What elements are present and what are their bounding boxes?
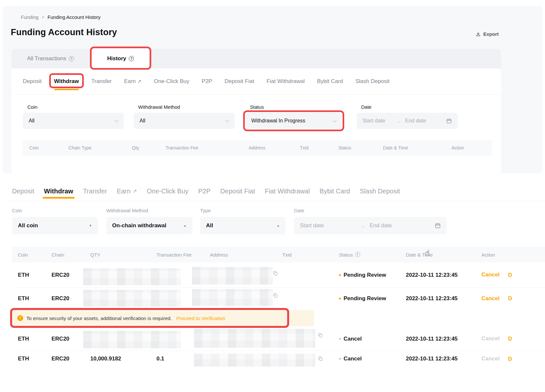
col-chain: Chain [52, 252, 90, 258]
table-row: ETH ERC20 10,000.9182 0.1 Cancel 2022-10… [12, 351, 545, 392]
truncated-action-button[interactable]: D [508, 295, 512, 302]
cell-status: Pending Review [339, 295, 406, 302]
col-qty: QTY [90, 252, 156, 258]
subtab-slash-deposit[interactable]: Slash Deposit [355, 78, 390, 85]
copy-icon[interactable] [273, 293, 278, 298]
date-range-picker[interactable]: Start date → End date [357, 113, 458, 129]
coin-filter-label: Coin [12, 208, 22, 213]
breadcrumb-funding[interactable]: Funding [21, 14, 38, 20]
page-title: Funding Account History [11, 27, 117, 37]
col-txid: Txid [300, 145, 338, 150]
triangle-down-icon: ▼ [89, 224, 92, 227]
end-date-input[interactable]: End date [370, 222, 392, 229]
col-address: Address [249, 145, 300, 150]
redacted-qty [83, 268, 181, 285]
redacted-address [194, 329, 315, 348]
redacted-qty [83, 290, 181, 307]
proceed-to-verification-link[interactable]: Proceed to Verification [176, 315, 225, 321]
status-dot [339, 298, 341, 300]
status-dot [339, 338, 341, 340]
chevron-down-icon [225, 118, 229, 122]
truncated-action-button[interactable]: D [508, 356, 512, 362]
date-range-arrow-icon: → [360, 223, 365, 229]
copy-icon[interactable] [318, 356, 323, 361]
external-link-icon: ↗ [133, 188, 137, 194]
truncated-action-button[interactable]: D [508, 272, 512, 278]
subtab-deposit-fiat[interactable]: Deposit Fiat [220, 188, 255, 195]
subtab-transfer[interactable]: Transfer [91, 78, 112, 85]
copy-icon[interactable] [318, 333, 323, 338]
tab-history[interactable]: History ? [92, 49, 149, 68]
export-button[interactable]: Export [476, 31, 499, 37]
chevron-down-icon [114, 118, 119, 122]
subtab-withdraw[interactable]: Withdraw [44, 188, 73, 195]
subtab-slash-deposit[interactable]: Slash Deposit [360, 188, 400, 195]
subtab-one-click-buy[interactable]: One-Click Buy [147, 188, 188, 195]
subtab-transfer[interactable]: Transfer [83, 188, 107, 195]
subtab-one-click-buy[interactable]: One-Click Buy [154, 78, 189, 85]
tab-divider [7, 201, 545, 201]
breadcrumb-current: Funding Account History [48, 14, 101, 20]
copy-icon[interactable] [273, 271, 278, 276]
col-action: Action [481, 252, 545, 258]
cell-status: Cancel [339, 336, 406, 342]
cancel-button[interactable]: Cancel [481, 295, 500, 301]
status-filter-select[interactable]: Withdrawal In Progress [245, 113, 342, 129]
col-action: Action [451, 145, 492, 150]
col-address: Address [210, 252, 282, 258]
subtab-p2p[interactable]: P2P [198, 188, 211, 195]
cell-datetime: 2022-10-11 12:23:45 [406, 336, 481, 342]
external-link-icon: ↗ [138, 78, 142, 84]
subtab-p2p[interactable]: P2P [202, 78, 212, 85]
cell-status: Pending Review [339, 272, 406, 278]
cancel-button[interactable]: Cancel [481, 272, 500, 278]
status-dot [339, 274, 341, 276]
cell-coin: ETH [18, 295, 52, 302]
subtab-deposit[interactable]: Deposit [23, 78, 42, 85]
redacted-qty [83, 331, 181, 348]
coin-filter-select[interactable]: All coin ▼ [12, 217, 98, 234]
subtab-fiat-withdrawal[interactable]: Fiat Withdrawal [265, 188, 310, 195]
subtab-fiat-withdrawal[interactable]: Fiat Withdrawal [267, 78, 305, 85]
date-range-picker[interactable]: Start date → End date [294, 217, 447, 234]
main-tab-bar: All Transactions ? History ? [11, 49, 501, 68]
end-date-input[interactable]: End date [405, 118, 426, 124]
redacted-address [192, 267, 273, 285]
subtab-deposit[interactable]: Deposit [12, 188, 34, 195]
calendar-icon[interactable] [446, 118, 452, 124]
col-transaction-fee: Transaction Fee [156, 252, 210, 258]
cell-status: Cancel [339, 356, 406, 362]
tab-all-transactions[interactable]: All Transactions ? [22, 49, 79, 68]
breadcrumb: Funding > Funding Account History [21, 14, 100, 20]
subtab-bybit-card[interactable]: Bybit Card [319, 188, 350, 195]
subtab-earn[interactable]: Earn↗ [117, 188, 137, 195]
funding-history-panel: Funding > Funding Account History Fundin… [3, 6, 542, 173]
help-icon[interactable]: ? [69, 56, 74, 61]
start-date-input[interactable]: Start date [300, 222, 360, 229]
start-date-input[interactable]: Start date [362, 118, 396, 124]
warning-icon: ! [17, 315, 23, 321]
coin-filter-select[interactable]: All [23, 113, 124, 129]
col-date-time[interactable]: Date & Time [406, 252, 481, 258]
withdrawal-method-filter-select[interactable]: All [134, 113, 235, 129]
top-sub-tab-bar: Deposit Withdraw Transfer Earn↗ One-Clic… [11, 68, 501, 95]
cell-datetime: 2022-10-11 12:23:45 [406, 356, 481, 362]
banner-text: To ensure security of your assets, addit… [26, 315, 172, 321]
subtab-withdraw[interactable]: Withdraw [54, 78, 79, 85]
cell-qty: 10,000.9182 [90, 356, 156, 362]
help-icon[interactable]: ? [129, 56, 134, 61]
subtab-bybit-card[interactable]: Bybit Card [317, 78, 343, 85]
type-filter-select[interactable]: All ▲ [200, 217, 286, 234]
subtab-deposit-fiat[interactable]: Deposit Fiat [225, 78, 254, 85]
date-filter-label: Date [361, 104, 372, 110]
security-banner-row: ! To ensure security of your assets, add… [12, 309, 545, 327]
help-icon[interactable]: ? [355, 252, 360, 257]
withdrawal-method-filter-select[interactable]: On-chain withdrawal ▲ [106, 217, 192, 234]
top-table-header: Coin Chain Type Qty Transaction Fee Addr… [23, 140, 492, 156]
subtab-earn[interactable]: Earn↗ [124, 78, 142, 85]
bottom-table-header: Coin Chain QTY Transaction Fee Address T… [12, 247, 545, 262]
calendar-icon[interactable] [435, 223, 441, 229]
table-row: ETH ERC20 Pending Review 2022-10-11 12:2… [12, 288, 545, 309]
truncated-action-button[interactable]: D [508, 336, 512, 342]
redacted-address [192, 289, 273, 306]
